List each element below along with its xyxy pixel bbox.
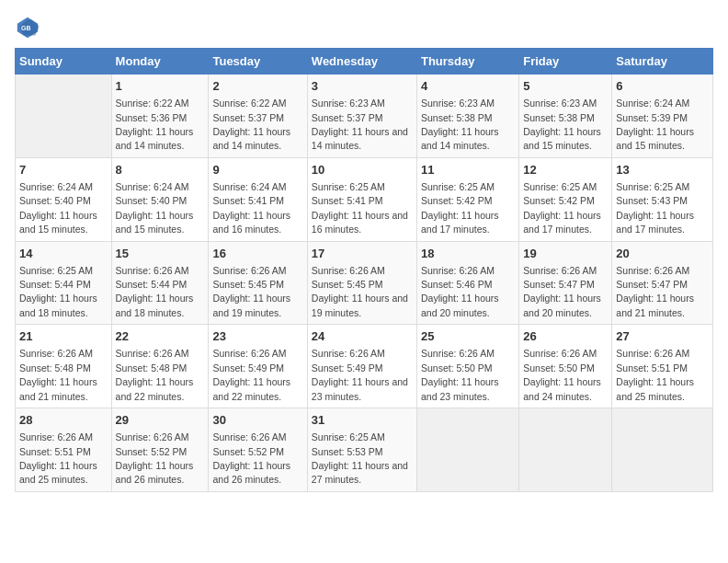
- day-number: 29: [116, 412, 205, 429]
- calendar-cell: 6Sunrise: 6:24 AMSunset: 5:39 PMDaylight…: [612, 75, 713, 158]
- day-daylight: Daylight: 11 hours and 26 minutes.: [116, 460, 194, 485]
- day-sunset: Sunset: 5:44 PM: [19, 279, 91, 290]
- week-row-3: 21Sunrise: 6:26 AMSunset: 5:48 PMDayligh…: [16, 325, 713, 408]
- day-sunset: Sunset: 5:36 PM: [116, 112, 188, 123]
- calendar-cell: 16Sunrise: 6:26 AMSunset: 5:45 PMDayligh…: [209, 241, 307, 325]
- day-daylight: Daylight: 11 hours and 16 minutes.: [212, 210, 290, 235]
- header-saturday: Saturday: [612, 49, 713, 75]
- day-number: 3: [312, 78, 413, 95]
- day-number: 27: [616, 328, 709, 345]
- calendar-cell: 26Sunrise: 6:26 AMSunset: 5:50 PMDayligh…: [519, 325, 612, 408]
- calendar-cell: 23Sunrise: 6:26 AMSunset: 5:49 PMDayligh…: [209, 325, 307, 408]
- day-sunrise: Sunrise: 6:25 AM: [421, 181, 495, 192]
- day-sunset: Sunset: 5:49 PM: [212, 362, 284, 373]
- calendar-cell: 1Sunrise: 6:22 AMSunset: 5:36 PMDaylight…: [111, 75, 209, 158]
- day-sunrise: Sunrise: 6:26 AM: [421, 265, 495, 276]
- header-tuesday: Tuesday: [209, 49, 307, 75]
- header-sunday: Sunday: [16, 49, 112, 75]
- calendar-cell: 8Sunrise: 6:24 AMSunset: 5:40 PMDaylight…: [111, 157, 209, 241]
- header: GB: [15, 15, 713, 40]
- day-sunset: Sunset: 5:44 PM: [116, 279, 188, 290]
- day-sunrise: Sunrise: 6:26 AM: [523, 348, 597, 359]
- day-sunrise: Sunrise: 6:26 AM: [312, 265, 385, 276]
- day-daylight: Daylight: 11 hours and 14 minutes.: [116, 126, 194, 151]
- day-sunset: Sunset: 5:39 PM: [616, 112, 688, 123]
- day-daylight: Daylight: 11 hours and 14 minutes.: [421, 126, 499, 151]
- day-number: 11: [421, 162, 515, 178]
- day-number: 15: [116, 246, 205, 262]
- calendar-table: SundayMondayTuesdayWednesdayThursdayFrid…: [15, 48, 713, 492]
- day-sunset: Sunset: 5:41 PM: [312, 195, 383, 206]
- day-number: 21: [19, 328, 108, 345]
- calendar-cell: 18Sunrise: 6:26 AMSunset: 5:46 PMDayligh…: [416, 241, 518, 325]
- calendar-cell: 19Sunrise: 6:26 AMSunset: 5:47 PMDayligh…: [519, 241, 612, 325]
- day-sunset: Sunset: 5:38 PM: [523, 112, 595, 123]
- day-daylight: Daylight: 11 hours and 20 minutes.: [523, 293, 601, 317]
- day-sunrise: Sunrise: 6:22 AM: [212, 98, 286, 109]
- day-daylight: Daylight: 11 hours and 17 minutes.: [523, 210, 601, 235]
- header-thursday: Thursday: [416, 49, 518, 75]
- calendar-cell: 28Sunrise: 6:26 AMSunset: 5:51 PMDayligh…: [16, 408, 112, 492]
- day-sunrise: Sunrise: 6:25 AM: [616, 181, 689, 192]
- day-sunrise: Sunrise: 6:24 AM: [19, 181, 93, 192]
- calendar-cell: 11Sunrise: 6:25 AMSunset: 5:42 PMDayligh…: [416, 157, 518, 241]
- day-daylight: Daylight: 11 hours and 19 minutes.: [312, 293, 408, 317]
- day-sunrise: Sunrise: 6:24 AM: [212, 181, 286, 192]
- day-number: 20: [616, 246, 709, 262]
- header-friday: Friday: [519, 49, 612, 75]
- day-sunset: Sunset: 5:42 PM: [421, 195, 493, 206]
- day-daylight: Daylight: 11 hours and 25 minutes.: [616, 376, 694, 401]
- day-sunset: Sunset: 5:50 PM: [523, 362, 595, 373]
- day-number: 12: [523, 162, 608, 178]
- day-number: 2: [212, 78, 302, 95]
- day-sunrise: Sunrise: 6:26 AM: [312, 348, 385, 359]
- day-daylight: Daylight: 11 hours and 16 minutes.: [312, 210, 408, 235]
- day-sunset: Sunset: 5:37 PM: [312, 112, 383, 123]
- day-sunset: Sunset: 5:49 PM: [312, 362, 383, 373]
- calendar-cell: 17Sunrise: 6:26 AMSunset: 5:45 PMDayligh…: [307, 241, 416, 325]
- calendar-cell: 30Sunrise: 6:26 AMSunset: 5:52 PMDayligh…: [209, 408, 307, 492]
- calendar-cell: 10Sunrise: 6:25 AMSunset: 5:41 PMDayligh…: [307, 157, 416, 241]
- calendar-cell: [16, 75, 112, 158]
- day-daylight: Daylight: 11 hours and 23 minutes.: [312, 376, 408, 401]
- day-number: 25: [421, 328, 515, 345]
- day-daylight: Daylight: 11 hours and 27 minutes.: [312, 460, 408, 485]
- day-sunrise: Sunrise: 6:26 AM: [116, 431, 189, 442]
- day-sunset: Sunset: 5:45 PM: [212, 279, 284, 290]
- calendar-cell: 25Sunrise: 6:26 AMSunset: 5:50 PMDayligh…: [416, 325, 518, 408]
- logo-icon: GB: [15, 15, 40, 40]
- day-sunset: Sunset: 5:47 PM: [616, 279, 688, 290]
- day-sunrise: Sunrise: 6:22 AM: [116, 98, 189, 109]
- day-sunrise: Sunrise: 6:26 AM: [19, 348, 93, 359]
- day-sunrise: Sunrise: 6:26 AM: [116, 265, 189, 276]
- day-sunrise: Sunrise: 6:26 AM: [212, 265, 286, 276]
- calendar-cell: 14Sunrise: 6:25 AMSunset: 5:44 PMDayligh…: [16, 241, 112, 325]
- day-sunset: Sunset: 5:53 PM: [312, 446, 383, 457]
- day-sunrise: Sunrise: 6:23 AM: [523, 98, 597, 109]
- day-sunset: Sunset: 5:51 PM: [616, 362, 688, 373]
- day-sunrise: Sunrise: 6:26 AM: [523, 265, 597, 276]
- calendar-cell: [612, 408, 713, 492]
- day-sunset: Sunset: 5:47 PM: [523, 279, 595, 290]
- day-daylight: Daylight: 11 hours and 17 minutes.: [421, 210, 499, 235]
- day-sunrise: Sunrise: 6:26 AM: [19, 431, 93, 442]
- day-number: 6: [616, 78, 709, 95]
- day-number: 4: [421, 78, 515, 95]
- day-sunrise: Sunrise: 6:25 AM: [19, 265, 93, 276]
- calendar-cell: 7Sunrise: 6:24 AMSunset: 5:40 PMDaylight…: [16, 157, 112, 241]
- day-daylight: Daylight: 11 hours and 15 minutes.: [116, 210, 194, 235]
- day-sunset: Sunset: 5:48 PM: [19, 362, 91, 373]
- day-daylight: Daylight: 11 hours and 18 minutes.: [19, 293, 97, 317]
- calendar-cell: 2Sunrise: 6:22 AMSunset: 5:37 PMDaylight…: [209, 75, 307, 158]
- day-number: 16: [212, 246, 302, 262]
- day-sunset: Sunset: 5:37 PM: [212, 112, 284, 123]
- day-number: 5: [523, 78, 608, 95]
- day-number: 8: [116, 162, 205, 178]
- header-row: SundayMondayTuesdayWednesdayThursdayFrid…: [16, 49, 713, 75]
- calendar-cell: 3Sunrise: 6:23 AMSunset: 5:37 PMDaylight…: [307, 75, 416, 158]
- day-sunrise: Sunrise: 6:23 AM: [312, 98, 385, 109]
- day-sunset: Sunset: 5:42 PM: [523, 195, 595, 206]
- day-sunrise: Sunrise: 6:24 AM: [616, 98, 689, 109]
- calendar-cell: [416, 408, 518, 492]
- calendar-cell: 22Sunrise: 6:26 AMSunset: 5:48 PMDayligh…: [111, 325, 209, 408]
